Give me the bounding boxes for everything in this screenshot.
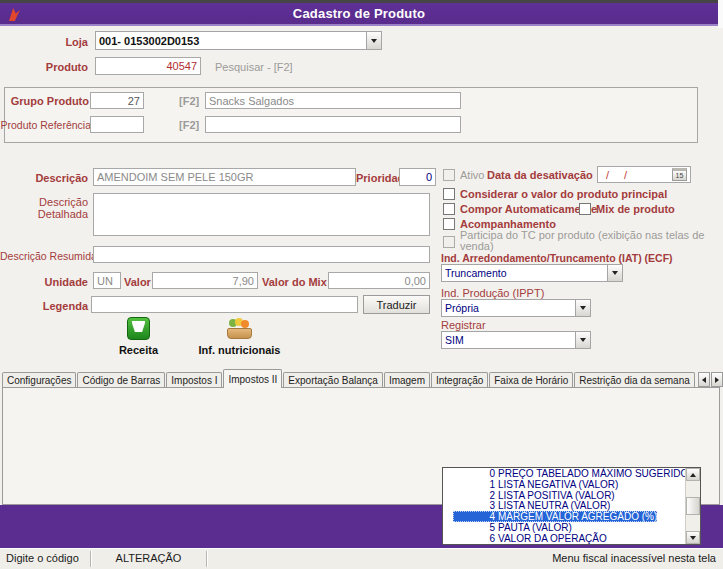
legenda-label: Legenda — [28, 300, 88, 312]
grupo-produto-nome-input[interactable]: Snacks Salgados — [205, 92, 461, 109]
iat-value: Truncamento — [445, 267, 506, 279]
valor-do-mix-input[interactable]: 0,00 — [328, 272, 430, 289]
dropdown-option-1[interactable]: 1LISTA NEGATIVA (VALOR) — [443, 479, 685, 490]
ippt-label: Ind. Produção (IPPT) — [441, 287, 544, 299]
loja-dropdown-arrow-icon[interactable] — [366, 32, 381, 49]
tab-scroll-right-button[interactable] — [711, 372, 723, 387]
app-window: Cadastro de Produto Loja 001- 0153002D01… — [0, 0, 723, 569]
descricao-label: Descrição — [0, 172, 88, 184]
descricao-detalhada-textarea[interactable] — [93, 193, 430, 236]
produto-code-input[interactable]: 40547 — [95, 57, 201, 75]
ippt-select[interactable]: Própria — [441, 299, 591, 317]
receita-icon[interactable] — [127, 317, 150, 340]
tab-impostos-ii[interactable]: Impostos II — [223, 369, 282, 388]
produto-referencia-code-input[interactable] — [90, 116, 144, 133]
referencia-f2-hint: [F2] — [179, 119, 199, 131]
registrar-dropdown-arrow-icon[interactable] — [575, 332, 590, 348]
status-divider — [90, 551, 91, 567]
status-right-message: Menu fiscal inacessível nesta tela — [552, 552, 716, 564]
prioridade-input[interactable]: 0 — [399, 168, 436, 186]
dropdown-scrollbar[interactable] — [685, 468, 700, 544]
registrar-value: SIM — [445, 334, 464, 346]
compor-checkbox[interactable] — [443, 203, 455, 215]
dropdown-option-4-selected[interactable]: 4MARGEM VALOR AGREGADO (%) — [443, 511, 685, 522]
tab-restricao-dia-semana[interactable]: Restrição dia da semana — [574, 372, 695, 388]
titlebar: Cadastro de Produto — [0, 3, 718, 26]
registrar-label: Registrar — [441, 319, 486, 331]
scroll-down-icon[interactable] — [686, 531, 700, 544]
acompanhamento-checkbox[interactable] — [443, 218, 455, 230]
data-desativacao-value: / / — [606, 169, 633, 181]
tab-exportacao-balanca[interactable]: Exportação Balança — [283, 372, 383, 388]
titlebar-right-gap — [718, 0, 723, 28]
participa-tc-checkbox[interactable] — [443, 236, 455, 248]
descricao-resumida-input[interactable] — [93, 246, 430, 263]
receita-label: Receita — [100, 344, 177, 356]
status-bar: Digite o código ALTERAÇÃO Menu fiscal in… — [0, 548, 723, 569]
inf-nutricionais-icon[interactable] — [226, 318, 253, 339]
ippt-dropdown-arrow-icon[interactable] — [575, 300, 590, 316]
data-desativacao-input[interactable]: / / 15 — [597, 166, 691, 183]
unidade-input[interactable]: UN — [93, 272, 121, 289]
tab-impostos-i[interactable]: Impostos I — [166, 372, 222, 388]
tab-imagem[interactable]: Imagem — [384, 372, 430, 388]
considerar-label: Considerar o valor do produto principal — [460, 188, 667, 200]
traduzir-button[interactable]: Traduzir — [363, 295, 430, 314]
loja-value: 001- 0153002D0153 — [99, 35, 199, 47]
valor-label: Valor — [124, 276, 151, 288]
status-hint: Digite o código — [6, 552, 79, 564]
dropdown-option-5[interactable]: 5PAUTA (VALOR) — [443, 522, 685, 533]
loja-label: Loja — [20, 36, 88, 48]
participa-tc-label: Participa do TC por produto (exibição na… — [460, 230, 705, 252]
tab-integracao[interactable]: Integração — [431, 372, 488, 388]
produto-referencia-nome-input[interactable] — [205, 116, 461, 133]
status-divider — [206, 551, 207, 567]
descricao-resumida-label: Descrição Resumida — [0, 250, 88, 262]
ativo-label: Ativo — [460, 169, 484, 181]
valor-input[interactable]: 7,90 — [152, 272, 258, 289]
mix-produto-label: Mix de produto — [596, 203, 675, 215]
dropdown-options: 0PREÇO TABELADO MÁXIMO SUGERIDO 1LISTA N… — [443, 468, 685, 544]
valor-do-mix-label: Valor do Mix — [262, 276, 327, 288]
dropdown-option-6[interactable]: 6VALOR DA OPERAÇÃO — [443, 533, 685, 544]
status-mode: ALTERAÇÃO — [92, 552, 205, 564]
iat-select[interactable]: Truncamento — [441, 264, 623, 282]
dropdown-option-3[interactable]: 3LISTA NEUTRA (VALOR) — [443, 500, 685, 511]
modalidade-bc-icms-st-dropdown-list: 0PREÇO TABELADO MÁXIMO SUGERIDO 1LISTA N… — [442, 467, 701, 545]
grupo-produto-code-input[interactable]: 27 — [90, 92, 144, 109]
dropdown-option-0[interactable]: 0PREÇO TABELADO MÁXIMO SUGERIDO — [443, 468, 685, 479]
inf-nutricionais-label: Inf. nutricionais — [182, 344, 297, 356]
registrar-select[interactable]: SIM — [441, 331, 591, 349]
ippt-value: Própria — [445, 302, 479, 314]
tab-configuracoes[interactable]: Configurações — [2, 372, 76, 388]
iat-dropdown-arrow-icon[interactable] — [607, 265, 622, 281]
scroll-up-icon[interactable] — [686, 468, 700, 481]
tab-strip: Configurações Código de Barras Impostos … — [2, 369, 696, 388]
calendar-icon[interactable]: 15 — [672, 168, 687, 181]
legenda-input[interactable] — [91, 296, 358, 313]
grupo-produto-groupbox: Grupo Produto 27 [F2] Snacks Salgados Pr… — [4, 87, 698, 143]
descricao-input[interactable]: AMENDOIM SEM PELE 150GR — [93, 168, 356, 186]
dropdown-option-2[interactable]: 2LISTA POSITIVA (VALOR) — [443, 490, 685, 501]
compor-label: Compor Automaticamente — [460, 203, 597, 215]
ativo-checkbox[interactable] — [443, 169, 455, 181]
considerar-checkbox[interactable] — [443, 188, 455, 200]
tab-faixa-de-horario[interactable]: Faixa de Horário — [489, 372, 573, 388]
tab-codigo-de-barras[interactable]: Código de Barras — [77, 372, 165, 388]
pesquisar-hint: Pesquisar - [F2] — [215, 61, 293, 73]
mix-produto-checkbox[interactable] — [579, 203, 591, 215]
produto-label: Produto — [20, 61, 88, 73]
loja-select[interactable]: 001- 0153002D0153 — [95, 31, 382, 50]
tab-scroll-left-button[interactable] — [698, 372, 710, 387]
iat-label: Ind. Arredondamento/Truncamento (IAT) (E… — [441, 252, 673, 264]
data-desativacao-label: Data da desativação — [487, 169, 593, 181]
grupo-f2-hint: [F2] — [179, 95, 199, 107]
unidade-label: Unidade — [30, 276, 88, 288]
produto-referencia-label: Produto Referência — [0, 119, 91, 131]
scrollbar-thumb[interactable] — [686, 497, 700, 515]
grupo-produto-label: Grupo Produto — [5, 95, 89, 107]
window-title: Cadastro de Produto — [0, 6, 718, 21]
descricao-detalhada-label: Descrição Detalhada — [36, 196, 88, 220]
